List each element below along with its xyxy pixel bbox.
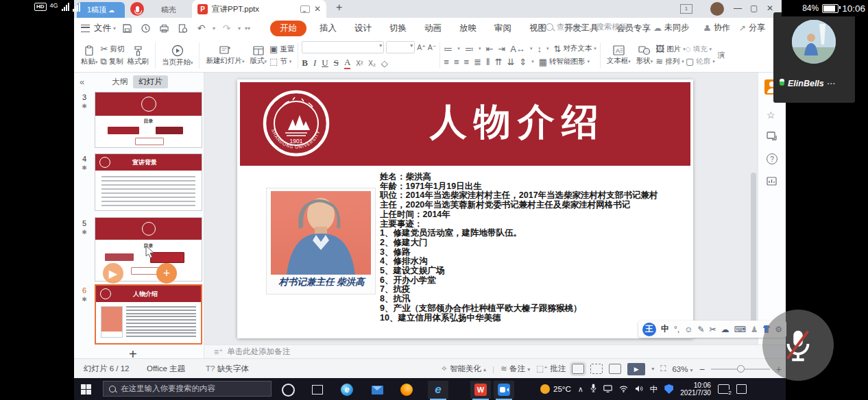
document-tab-2[interactable]: 稿壳: [148, 2, 189, 18]
tab-design[interactable]: 设计: [346, 23, 381, 34]
textbox-button[interactable]: A 文本框▾: [604, 45, 634, 65]
scrollbar-thumb[interactable]: [751, 173, 756, 330]
align-center-icon[interactable]: ≡: [454, 58, 459, 66]
collaborate-button[interactable]: 👤︎ 协作: [703, 22, 730, 34]
section-button[interactable]: ⬚节▾: [269, 57, 294, 66]
new-slide-button[interactable]: 新建幻灯片▾: [203, 45, 247, 65]
taskbar-search-box[interactable]: 在这里输入你要搜索的内容: [103, 381, 272, 397]
tray-volume-icon[interactable]: [635, 383, 643, 395]
missing-font-warning[interactable]: T? 缺失字体: [206, 364, 249, 374]
slide-thumbnail-6-selected[interactable]: 人物介绍: [95, 284, 202, 345]
picture-button[interactable]: 🖼︎图片▾: [655, 45, 686, 54]
arrange-button[interactable]: ≋排列▾: [655, 57, 686, 66]
notification-center-icon[interactable]: 2: [718, 384, 730, 394]
align-text-button[interactable]: ⇅对齐文本▾: [553, 44, 596, 53]
screen-panel-icon[interactable]: [767, 132, 777, 142]
ime-mode-chinese[interactable]: 中: [661, 323, 669, 335]
notes-bar[interactable]: ≡⁺ 单击此处添加备注: [204, 345, 786, 358]
tab-review[interactable]: 审阅: [485, 23, 520, 34]
tray-monitor-icon[interactable]: [603, 383, 612, 395]
ime-keyboard-icon[interactable]: ⌨: [734, 325, 746, 334]
font-color-button[interactable]: A: [344, 57, 350, 69]
slide-title-banner[interactable]: 1901 SHANDONG UNIVERSITY 人物介绍: [240, 82, 690, 166]
to-smartart-button[interactable]: ▦转智能图形▾: [539, 57, 590, 66]
subscript-button[interactable]: X₂: [368, 60, 376, 67]
collapse-ribbon-icon[interactable]: ▾▾: [245, 25, 250, 32]
italic-button[interactable]: I: [313, 58, 316, 68]
maximize-button[interactable]: ▢: [750, 3, 758, 13]
align-right-icon[interactable]: ≡: [464, 58, 470, 66]
account-avatar[interactable]: [710, 2, 724, 16]
tray-ime-mode[interactable]: 中: [650, 384, 658, 395]
tab-transition[interactable]: 切换: [381, 23, 415, 34]
share-button[interactable]: ↗ 分享: [739, 22, 765, 34]
file-menu[interactable]: 文件: [94, 23, 111, 34]
notes-toggle-button[interactable]: ≋ 备注 ▾: [501, 364, 530, 374]
ime-pen-icon[interactable]: ✎: [697, 325, 704, 334]
play-options-chevron[interactable]: ▾: [651, 366, 654, 372]
document-tab-active[interactable]: P 宣讲PPT.pptx ✕: [192, 0, 326, 18]
floating-add-button[interactable]: +: [156, 263, 177, 284]
slide-sorter-view-button[interactable]: [590, 364, 603, 374]
layout-button[interactable]: 版式▾: [247, 46, 269, 65]
task-view-button[interactable]: [307, 381, 328, 399]
mute-microphone-button[interactable]: [762, 310, 834, 381]
slide-thumbnail-4[interactable]: 宣讲背景: [95, 153, 202, 211]
slide-thumbnail-3[interactable]: 目录: [95, 92, 202, 148]
increase-indent-icon[interactable]: ⇥: [498, 45, 505, 53]
portrait-photo[interactable]: 村书记兼主任 柴洪高: [266, 188, 376, 295]
strikethrough-button[interactable]: S: [334, 58, 339, 68]
close-button[interactable]: ✕: [767, 3, 773, 13]
para-spacing-icon[interactable]: ⇕: [519, 58, 527, 66]
minimize-button[interactable]: —: [734, 3, 742, 13]
tray-wifi-icon[interactable]: [619, 383, 628, 395]
decrease-font-button[interactable]: A⁻: [428, 43, 437, 51]
ime-cloud-icon[interactable]: ☁: [721, 325, 730, 334]
action-center-icon[interactable]: [736, 384, 747, 394]
smart-beautify-button[interactable]: ✧ 智能美化 ▴: [441, 364, 486, 374]
edge-taskbar-icon[interactable]: e: [337, 381, 357, 399]
text-direction-icon[interactable]: A↔: [510, 45, 525, 53]
print-icon[interactable]: [159, 23, 169, 34]
outline-button[interactable]: ▢轮廓▾: [686, 57, 715, 66]
cut-button[interactable]: ✂剪切: [101, 45, 125, 54]
line-spacing-icon[interactable]: ↕: [537, 45, 542, 53]
column-spacing-icon[interactable]: ⇈: [495, 58, 503, 66]
tray-security-shield-icon[interactable]: [664, 384, 673, 394]
tab-insert[interactable]: 插入: [311, 23, 346, 34]
bullet-list-icon[interactable]: ≔: [444, 45, 453, 53]
tray-expand-icon[interactable]: ∧: [578, 385, 583, 394]
zoom-level[interactable]: 63% ▾: [672, 365, 692, 373]
help-icon[interactable]: ?: [767, 153, 777, 164]
tray-mic-icon[interactable]: [590, 383, 596, 395]
chart-panel-icon[interactable]: [767, 177, 777, 188]
normal-view-button[interactable]: [572, 364, 584, 374]
menu-icon[interactable]: [81, 25, 90, 32]
ime-logo-icon[interactable]: 王: [642, 323, 656, 336]
row-spacing-icon[interactable]: ⇊: [507, 58, 514, 66]
new-tab-button[interactable]: +: [336, 1, 342, 14]
cortana-button[interactable]: [278, 381, 298, 399]
save-icon[interactable]: [122, 23, 132, 34]
shapes-button[interactable]: 形状▾: [634, 45, 656, 65]
tab-home[interactable]: 开始: [270, 21, 306, 36]
reading-view-button[interactable]: [609, 364, 621, 374]
format-painter-button[interactable]: 格式刷: [124, 46, 152, 65]
vertical-scrollbar[interactable]: [751, 77, 757, 340]
slideshow-play-button[interactable]: ▶: [627, 363, 645, 375]
comment-button[interactable]: ⬚⁺ 批注: [536, 364, 566, 374]
superscript-button[interactable]: X²: [356, 60, 363, 67]
play-from-page-button[interactable]: 当页开始▾: [159, 45, 196, 66]
print-preview-icon[interactable]: [178, 23, 188, 34]
floating-play-button[interactable]: ▶: [103, 263, 123, 284]
fill-button[interactable]: ◌填充▾: [686, 45, 715, 54]
justify-icon[interactable]: ≣: [474, 58, 481, 66]
tab-slides[interactable]: 幻灯片: [133, 75, 168, 88]
font-size-select[interactable]: [386, 41, 415, 53]
command-search[interactable]: 查找命令、搜索模板: [546, 22, 628, 32]
distribute-icon[interactable]: ⫴: [486, 58, 490, 66]
reset-button[interactable]: ▣重置: [269, 45, 294, 54]
increase-font-button[interactable]: A⁺: [417, 43, 426, 51]
meeting-app-taskbar-icon[interactable]: [494, 381, 514, 399]
firefox-taskbar-icon[interactable]: [396, 381, 417, 399]
